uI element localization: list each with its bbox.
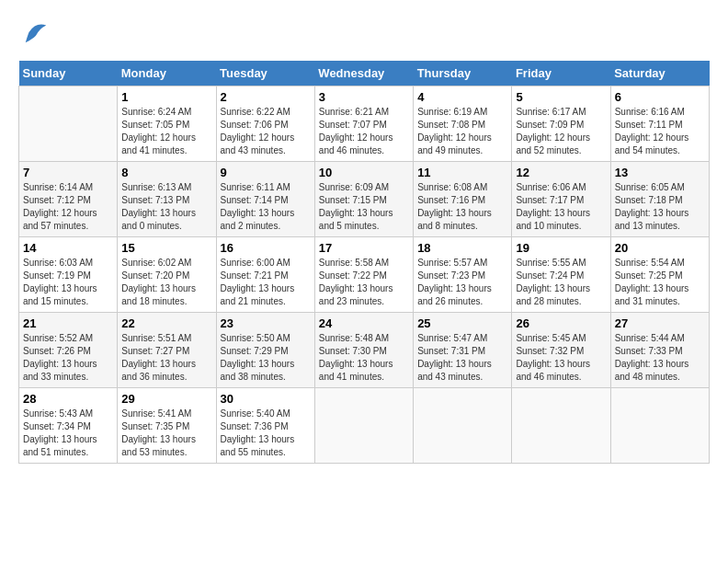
calendar-table: SundayMondayTuesdayWednesdayThursdayFrid… bbox=[18, 61, 710, 464]
calendar-empty-cell bbox=[512, 388, 610, 464]
calendar-empty-cell bbox=[19, 86, 118, 162]
calendar-header-saturday: Saturday bbox=[610, 61, 709, 86]
calendar-header-wednesday: Wednesday bbox=[314, 61, 413, 86]
calendar-week-row: 28Sunrise: 5:43 AMSunset: 7:34 PMDayligh… bbox=[19, 388, 710, 464]
calendar-header-tuesday: Tuesday bbox=[216, 61, 314, 86]
day-number: 10 bbox=[319, 166, 409, 179]
day-number: 1 bbox=[121, 90, 211, 104]
calendar-day-5: 5Sunrise: 6:17 AMSunset: 7:09 PMDaylight… bbox=[512, 86, 610, 162]
day-info: Sunrise: 5:47 AMSunset: 7:31 PMDaylight:… bbox=[417, 332, 507, 384]
day-number: 19 bbox=[516, 241, 606, 255]
calendar-day-25: 25Sunrise: 5:47 AMSunset: 7:31 PMDayligh… bbox=[414, 313, 512, 388]
day-number: 25 bbox=[417, 316, 507, 330]
day-info: Sunrise: 5:58 AMSunset: 7:22 PMDaylight:… bbox=[319, 257, 409, 308]
day-info: Sunrise: 6:11 AMSunset: 7:14 PMDaylight:… bbox=[221, 181, 311, 233]
day-info: Sunrise: 6:09 AMSunset: 7:15 PMDaylight:… bbox=[319, 181, 409, 233]
calendar-day-22: 22Sunrise: 5:51 AMSunset: 7:27 PMDayligh… bbox=[118, 313, 216, 388]
calendar-day-29: 29Sunrise: 5:41 AMSunset: 7:35 PMDayligh… bbox=[118, 388, 216, 464]
day-number: 22 bbox=[121, 316, 211, 330]
calendar-day-9: 9Sunrise: 6:11 AMSunset: 7:14 PMDaylight… bbox=[216, 162, 314, 237]
day-info: Sunrise: 6:05 AMSunset: 7:18 PMDaylight:… bbox=[615, 181, 705, 233]
calendar-day-27: 27Sunrise: 5:44 AMSunset: 7:33 PMDayligh… bbox=[610, 313, 709, 388]
day-info: Sunrise: 6:14 AMSunset: 7:12 PMDaylight:… bbox=[23, 181, 113, 233]
day-number: 21 bbox=[23, 316, 113, 330]
calendar-day-15: 15Sunrise: 6:02 AMSunset: 7:20 PMDayligh… bbox=[118, 237, 216, 313]
day-info: Sunrise: 5:50 AMSunset: 7:29 PMDaylight:… bbox=[221, 332, 311, 384]
calendar-day-10: 10Sunrise: 6:09 AMSunset: 7:15 PMDayligh… bbox=[314, 162, 413, 237]
day-info: Sunrise: 6:08 AMSunset: 7:16 PMDaylight:… bbox=[417, 181, 507, 233]
day-info: Sunrise: 6:03 AMSunset: 7:19 PMDaylight:… bbox=[23, 257, 113, 308]
day-info: Sunrise: 5:43 AMSunset: 7:34 PMDaylight:… bbox=[23, 408, 113, 459]
calendar-day-23: 23Sunrise: 5:50 AMSunset: 7:29 PMDayligh… bbox=[216, 313, 314, 388]
day-number: 4 bbox=[417, 90, 507, 104]
day-number: 28 bbox=[23, 392, 113, 406]
day-info: Sunrise: 5:54 AMSunset: 7:25 PMDaylight:… bbox=[615, 257, 705, 308]
calendar-empty-cell bbox=[610, 388, 709, 464]
day-number: 12 bbox=[516, 166, 606, 179]
day-info: Sunrise: 6:02 AMSunset: 7:20 PMDaylight:… bbox=[121, 257, 211, 308]
day-number: 9 bbox=[221, 166, 311, 179]
calendar-day-26: 26Sunrise: 5:45 AMSunset: 7:32 PMDayligh… bbox=[512, 313, 610, 388]
day-info: Sunrise: 5:52 AMSunset: 7:26 PMDaylight:… bbox=[23, 332, 113, 384]
day-info: Sunrise: 5:41 AMSunset: 7:35 PMDaylight:… bbox=[121, 408, 211, 459]
day-info: Sunrise: 5:40 AMSunset: 7:36 PMDaylight:… bbox=[221, 408, 311, 459]
logo-bird-icon bbox=[22, 18, 50, 46]
day-info: Sunrise: 6:21 AMSunset: 7:07 PMDaylight:… bbox=[319, 106, 409, 157]
day-number: 27 bbox=[615, 316, 705, 330]
calendar-week-row: 1Sunrise: 6:24 AMSunset: 7:05 PMDaylight… bbox=[19, 86, 710, 162]
day-info: Sunrise: 6:06 AMSunset: 7:17 PMDaylight:… bbox=[516, 181, 606, 233]
calendar-empty-cell bbox=[314, 388, 413, 464]
day-number: 11 bbox=[417, 166, 507, 179]
calendar-day-12: 12Sunrise: 6:06 AMSunset: 7:17 PMDayligh… bbox=[512, 162, 610, 237]
calendar-day-7: 7Sunrise: 6:14 AMSunset: 7:12 PMDaylight… bbox=[19, 162, 118, 237]
calendar-day-19: 19Sunrise: 5:55 AMSunset: 7:24 PMDayligh… bbox=[512, 237, 610, 313]
day-info: Sunrise: 5:55 AMSunset: 7:24 PMDaylight:… bbox=[516, 257, 606, 308]
calendar-day-11: 11Sunrise: 6:08 AMSunset: 7:16 PMDayligh… bbox=[414, 162, 512, 237]
day-info: Sunrise: 6:13 AMSunset: 7:13 PMDaylight:… bbox=[121, 181, 211, 233]
calendar-header-row: SundayMondayTuesdayWednesdayThursdayFrid… bbox=[19, 61, 710, 86]
day-info: Sunrise: 6:17 AMSunset: 7:09 PMDaylight:… bbox=[516, 106, 606, 157]
calendar-header-sunday: Sunday bbox=[19, 61, 118, 86]
day-number: 5 bbox=[516, 90, 606, 104]
calendar-day-28: 28Sunrise: 5:43 AMSunset: 7:34 PMDayligh… bbox=[19, 388, 118, 464]
calendar-header-thursday: Thursday bbox=[414, 61, 512, 86]
calendar-day-14: 14Sunrise: 6:03 AMSunset: 7:19 PMDayligh… bbox=[19, 237, 118, 313]
day-info: Sunrise: 5:51 AMSunset: 7:27 PMDaylight:… bbox=[121, 332, 211, 384]
day-info: Sunrise: 6:16 AMSunset: 7:11 PMDaylight:… bbox=[615, 106, 705, 157]
day-info: Sunrise: 6:24 AMSunset: 7:05 PMDaylight:… bbox=[121, 106, 211, 157]
day-number: 26 bbox=[516, 316, 606, 330]
page-header bbox=[18, 18, 710, 46]
calendar-day-8: 8Sunrise: 6:13 AMSunset: 7:13 PMDaylight… bbox=[118, 162, 216, 237]
calendar-day-4: 4Sunrise: 6:19 AMSunset: 7:08 PMDaylight… bbox=[414, 86, 512, 162]
day-number: 23 bbox=[221, 316, 311, 330]
calendar-day-20: 20Sunrise: 5:54 AMSunset: 7:25 PMDayligh… bbox=[610, 237, 709, 313]
day-info: Sunrise: 5:44 AMSunset: 7:33 PMDaylight:… bbox=[615, 332, 705, 384]
day-info: Sunrise: 5:48 AMSunset: 7:30 PMDaylight:… bbox=[319, 332, 409, 384]
calendar-header-friday: Friday bbox=[512, 61, 610, 86]
day-info: Sunrise: 6:19 AMSunset: 7:08 PMDaylight:… bbox=[417, 106, 507, 157]
day-info: Sunrise: 5:57 AMSunset: 7:23 PMDaylight:… bbox=[417, 257, 507, 308]
day-number: 2 bbox=[221, 90, 311, 104]
day-number: 7 bbox=[23, 166, 113, 179]
day-number: 18 bbox=[417, 241, 507, 255]
day-number: 16 bbox=[221, 241, 311, 255]
calendar-day-16: 16Sunrise: 6:00 AMSunset: 7:21 PMDayligh… bbox=[216, 237, 314, 313]
calendar-day-30: 30Sunrise: 5:40 AMSunset: 7:36 PMDayligh… bbox=[216, 388, 314, 464]
day-number: 20 bbox=[615, 241, 705, 255]
day-number: 8 bbox=[121, 166, 211, 179]
calendar-header-monday: Monday bbox=[118, 61, 216, 86]
day-info: Sunrise: 5:45 AMSunset: 7:32 PMDaylight:… bbox=[516, 332, 606, 384]
day-number: 30 bbox=[221, 392, 311, 406]
day-info: Sunrise: 6:00 AMSunset: 7:21 PMDaylight:… bbox=[221, 257, 311, 308]
day-number: 13 bbox=[615, 166, 705, 179]
calendar-day-21: 21Sunrise: 5:52 AMSunset: 7:26 PMDayligh… bbox=[19, 313, 118, 388]
day-info: Sunrise: 6:22 AMSunset: 7:06 PMDaylight:… bbox=[221, 106, 311, 157]
day-number: 14 bbox=[23, 241, 113, 255]
calendar-week-row: 7Sunrise: 6:14 AMSunset: 7:12 PMDaylight… bbox=[19, 162, 710, 237]
calendar-week-row: 14Sunrise: 6:03 AMSunset: 7:19 PMDayligh… bbox=[19, 237, 710, 313]
day-number: 15 bbox=[121, 241, 211, 255]
calendar-day-24: 24Sunrise: 5:48 AMSunset: 7:30 PMDayligh… bbox=[314, 313, 413, 388]
calendar-day-3: 3Sunrise: 6:21 AMSunset: 7:07 PMDaylight… bbox=[314, 86, 413, 162]
calendar-day-13: 13Sunrise: 6:05 AMSunset: 7:18 PMDayligh… bbox=[610, 162, 709, 237]
day-number: 24 bbox=[319, 316, 409, 330]
